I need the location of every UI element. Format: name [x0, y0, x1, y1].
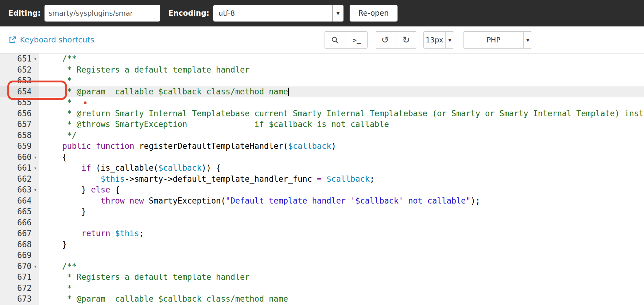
language-select[interactable]: PHP ▼	[463, 31, 532, 49]
text-cursor	[288, 88, 289, 96]
token-pln: {	[110, 185, 120, 194]
reopen-button[interactable]: Re-open	[350, 5, 398, 22]
gutter-line-659[interactable]: 659	[0, 141, 39, 152]
search-button[interactable]	[324, 31, 346, 49]
token-pln: }	[43, 185, 91, 194]
token-pln: )) {	[202, 163, 221, 172]
gutter-line-667[interactable]: 667	[0, 228, 39, 239]
token-kw: if	[81, 163, 91, 172]
token-pln	[125, 196, 130, 205]
code-line-651[interactable]: /**	[39, 53, 644, 65]
gutter-line-661[interactable]: 661▾	[0, 163, 39, 174]
line-number: 651	[0, 53, 32, 65]
encoding-select[interactable]: utf-8 ▼	[213, 5, 343, 22]
token-com: * Registers a default template handler	[43, 65, 250, 74]
code-line-664[interactable]: throw new SmartyException("Default templ…	[39, 196, 644, 207]
token-var: $this	[101, 174, 125, 184]
gutter-line-657[interactable]: 657	[0, 119, 39, 130]
terminal-icon: >_	[353, 36, 361, 44]
code-line-673[interactable]: * @param callable $callback class/method…	[39, 294, 644, 305]
line-number: 659	[0, 141, 32, 152]
code-line-660[interactable]: {	[39, 152, 644, 163]
line-number: 652	[0, 65, 32, 76]
line-number: 663	[0, 184, 32, 196]
dropdown-arrow-icon: ▼	[445, 32, 454, 48]
token-com: /**	[43, 54, 77, 63]
code-area: /** * Registers a default template handl…	[39, 53, 644, 305]
gutter-line-663[interactable]: 663▾	[0, 184, 39, 196]
gutter-line-651[interactable]: 651▾	[0, 53, 39, 65]
code-line-671[interactable]: * Registers a default template handler	[39, 272, 644, 283]
redo-button[interactable]: ↻	[395, 31, 417, 49]
font-size-value: 13px	[424, 32, 445, 48]
gutter-line-671[interactable]: 671	[0, 272, 39, 283]
fold-arrow-icon[interactable]: ▾	[32, 53, 39, 65]
code-line-668[interactable]: }	[39, 239, 644, 250]
line-number: 673	[0, 294, 32, 305]
gutter-line-658[interactable]: 658	[0, 130, 39, 141]
token-pln	[43, 141, 62, 151]
token-pln	[91, 141, 96, 151]
token-var: $callback	[327, 174, 370, 184]
token-pln: )	[331, 141, 336, 151]
token-com: *	[43, 283, 72, 293]
code-line-672[interactable]: *	[39, 283, 644, 294]
gutter-line-673[interactable]: 673	[0, 294, 39, 305]
keyboard-shortcuts-link[interactable]: Keyboard shortcuts	[8, 35, 94, 44]
code-line-667[interactable]: return $this;	[39, 228, 644, 239]
code-editor[interactable]: /** * Registers a default template handl…	[0, 53, 644, 305]
token-pln	[43, 163, 81, 172]
gutter-line-656[interactable]: 656	[0, 108, 39, 119]
token-pln: );	[471, 196, 480, 205]
gutter-line-665[interactable]: 665	[0, 206, 39, 217]
fold-arrow-icon[interactable]: ▾	[32, 184, 39, 196]
gutter-line-652[interactable]: 652	[0, 65, 39, 76]
toolbar-buttons: >_ ↺ ↻ 13px ▼ PHP ▼	[324, 31, 532, 49]
code-line-662[interactable]: $this->smarty->default_template_handler_…	[39, 174, 644, 185]
code-line-666[interactable]	[39, 217, 644, 228]
fold-arrow-icon[interactable]: ▾	[32, 152, 39, 163]
undo-button[interactable]: ↺	[375, 31, 395, 49]
encoding-value: utf-8	[213, 5, 332, 22]
line-number: 667	[0, 228, 32, 239]
code-line-670[interactable]: /**	[39, 261, 644, 272]
line-number: 669	[0, 250, 32, 261]
code-line-656[interactable]: * @return Smarty_Internal_Templatebase c…	[39, 108, 644, 119]
token-com: * @param callable $callback class/method…	[43, 87, 288, 96]
terminal-button[interactable]: >_	[346, 31, 368, 49]
fold-arrow-icon[interactable]: ▾	[32, 261, 39, 272]
gutter-line-672[interactable]: 672	[0, 283, 39, 294]
code-line-657[interactable]: * @throws SmartyException if $callback i…	[39, 119, 644, 130]
gutter-line-666[interactable]: 666	[0, 217, 39, 228]
external-link-icon	[8, 36, 17, 44]
line-number: 662	[0, 174, 32, 185]
code-line-652[interactable]: * Registers a default template handler	[39, 65, 644, 76]
token-var: $this	[115, 229, 139, 238]
code-line-663[interactable]: } else {	[39, 184, 644, 196]
token-pln: ;	[370, 174, 374, 184]
redo-icon: ↻	[402, 35, 410, 45]
line-number: 666	[0, 217, 32, 228]
gutter-line-662[interactable]: 662	[0, 174, 39, 185]
annotation-circle	[7, 81, 67, 100]
filename-input[interactable]	[45, 5, 160, 22]
fold-arrow-icon[interactable]: ▾	[32, 163, 39, 174]
code-line-665[interactable]: }	[39, 206, 644, 217]
encoding-label: Encoding:	[168, 9, 209, 18]
token-str: "Default template handler '$callback' no…	[226, 196, 471, 205]
token-pln	[110, 229, 115, 238]
code-line-653[interactable]: *	[39, 75, 644, 86]
gutter-line-669[interactable]: 669	[0, 250, 39, 261]
code-line-654[interactable]: * @param callable $callback class/method…	[39, 86, 644, 97]
gutter-line-664[interactable]: 664	[0, 196, 39, 207]
code-line-659[interactable]: public function registerDefaultTemplateH…	[39, 141, 644, 152]
code-line-658[interactable]: */	[39, 130, 644, 141]
gutter-line-668[interactable]: 668	[0, 239, 39, 250]
code-line-669[interactable]	[39, 250, 644, 261]
editing-label: Editing:	[8, 9, 41, 18]
gutter-line-660[interactable]: 660▾	[0, 152, 39, 163]
code-line-655[interactable]: *	[39, 97, 644, 108]
gutter-line-670[interactable]: 670▾	[0, 261, 39, 272]
font-size-select[interactable]: 13px ▼	[423, 31, 454, 49]
code-line-661[interactable]: if (is_callable($callback)) {	[39, 163, 644, 174]
